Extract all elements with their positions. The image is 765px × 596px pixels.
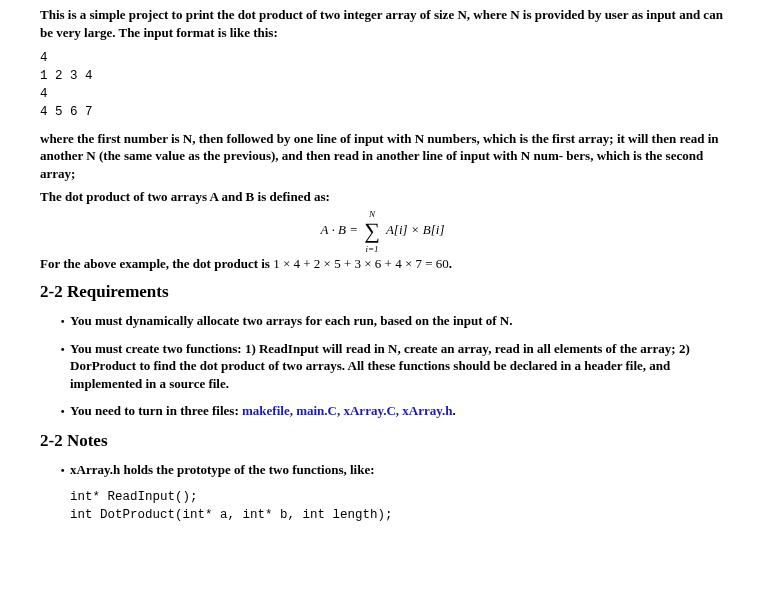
requirement-files-suffix: . <box>453 403 456 418</box>
file-list-link[interactable]: makefile, main.C, xArray.C, xArray.h <box>242 403 453 418</box>
sample-input-block: 4 1 2 3 4 4 4 5 6 7 <box>40 49 725 122</box>
sigma-lower-bound: i=1 <box>365 243 378 255</box>
example-math: 1 × 4 + 2 × 5 + 3 × 6 + 4 × 7 = 60 <box>273 256 449 271</box>
requirements-heading: 2-2 Requirements <box>40 281 725 304</box>
dot-product-formula: A · B = N ∑ i=1 A[i] × B[i] <box>40 216 725 246</box>
example-prefix: For the above example, the dot product i… <box>40 256 273 271</box>
example-computation: For the above example, the dot product i… <box>40 255 725 273</box>
requirement-item: You must create two functions: 1) ReadIn… <box>70 340 725 393</box>
requirement-item: You need to turn in three files: makefil… <box>70 402 725 420</box>
requirement-files-prefix: You need to turn in three files: <box>70 403 242 418</box>
formula-lhs: A · B = <box>321 222 362 237</box>
requirements-list: You must dynamically allocate two arrays… <box>40 312 725 420</box>
dot-product-definition-intro: The dot product of two arrays A and B is… <box>40 188 725 206</box>
intro-paragraph: This is a simple project to print the do… <box>40 6 725 41</box>
input-explanation: where the first number is N, then follow… <box>40 130 725 183</box>
sigma-symbol: N ∑ i=1 <box>364 216 380 246</box>
prototype-code-block: int* ReadInput(); int DotProduct(int* a,… <box>70 488 725 524</box>
sigma-upper-bound: N <box>369 208 375 220</box>
requirement-item: You must dynamically allocate two arrays… <box>70 312 725 330</box>
note-item: xArray.h holds the prototype of the two … <box>70 461 725 479</box>
notes-list: xArray.h holds the prototype of the two … <box>40 461 725 479</box>
example-suffix: . <box>449 256 452 271</box>
notes-heading: 2-2 Notes <box>40 430 725 453</box>
formula-rhs: A[i] × B[i] <box>386 222 445 237</box>
